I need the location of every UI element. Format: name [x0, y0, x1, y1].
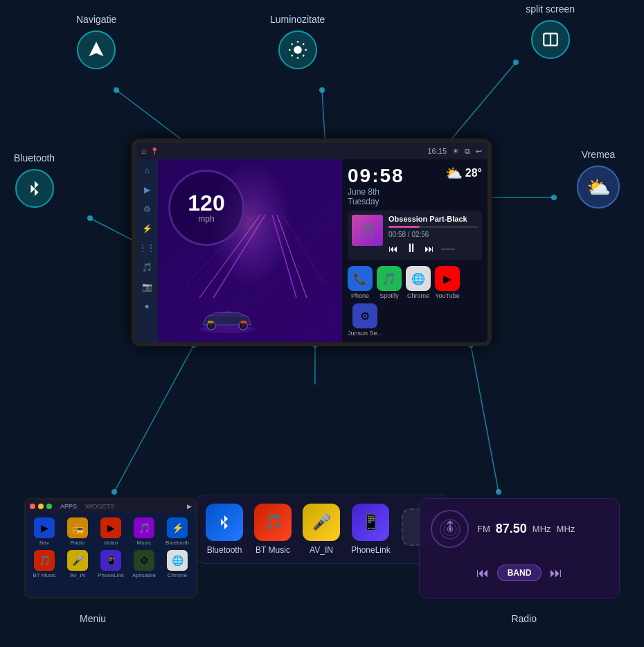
date-line2: Tuesday: [348, 197, 404, 206]
radio-unit: MHz: [533, 524, 551, 534]
temperature: 28°: [465, 167, 482, 179]
radio-band-btn[interactable]: BAND: [497, 565, 542, 581]
svg-point-39: [241, 324, 245, 328]
sb-apps[interactable]: ⋮⋮: [140, 241, 154, 255]
app-phone[interactable]: 📞 Phone: [348, 266, 373, 299]
svg-line-3: [90, 218, 137, 242]
progress-bar-fill: [388, 226, 420, 228]
junsun-label: Junsun Se...: [348, 330, 382, 337]
app-spotify[interactable]: 🎵 Spotify: [377, 266, 402, 299]
bluetooth-feature: Bluetooth: [14, 152, 55, 208]
bottom-btmusic-app[interactable]: 🎵 BT Music: [254, 504, 292, 555]
volume-icon[interactable]: ——: [441, 245, 455, 252]
sb-camera[interactable]: 📷: [140, 280, 154, 294]
btmusic-label: BT Music: [256, 545, 290, 555]
car-icon: [196, 303, 258, 334]
car-visual: [196, 303, 258, 337]
topbar-right: 16:15 ☀ ⧉ ↩: [427, 147, 482, 156]
luminozitate-label: Luminozitate: [270, 14, 325, 25]
radio-controls[interactable]: ⏮ BAND ⏭: [431, 565, 608, 581]
vremea-label: Vremea: [582, 149, 616, 160]
dot-red: [30, 504, 35, 509]
menu-app-video[interactable]: ▶ Video: [96, 517, 125, 546]
sb-settings[interactable]: ⚙: [140, 202, 154, 216]
menu-radio-label: Radio: [71, 540, 85, 546]
menu-nav-icon: ▶: [34, 517, 55, 538]
bottom-bt-app[interactable]: Bluetooth: [206, 504, 243, 555]
menu-video-icon: ▶: [100, 517, 121, 538]
svg-line-22: [303, 55, 304, 56]
date-line1: June 8th: [348, 187, 404, 197]
svg-point-18: [294, 46, 302, 54]
menu-app-phonelink[interactable]: 📱 PhoneLink: [96, 550, 125, 578]
svg-point-37: [209, 324, 213, 328]
menu-app-btmusic[interactable]: 🎵 BT Music: [30, 550, 59, 578]
menu-aplicatii-icon: ⚙: [134, 550, 154, 571]
menu-app-avin[interactable]: 🎤 AV_IN: [63, 550, 92, 578]
screen-sidebar: ⌂ ▶ ⚙ ⚡ ⋮⋮ 🎵 📷 ●: [136, 159, 158, 342]
navigatie-button[interactable]: [77, 30, 116, 69]
speed-value: 120: [188, 192, 224, 214]
svg-point-8: [114, 87, 119, 93]
music-controls[interactable]: ⏮ ⏸ ⏭ ——: [388, 241, 478, 256]
topbar-left: ⌂ 📍: [141, 146, 159, 156]
widgets-tab-thumb: WIDGETS: [85, 503, 114, 510]
time-display: 09:58: [348, 165, 404, 187]
chrome-label: Chrome: [407, 292, 429, 299]
menu-app-nav[interactable]: ▶ Nav: [30, 517, 59, 546]
svg-line-32: [277, 215, 307, 298]
app-youtube[interactable]: ▶ YouTube: [435, 266, 460, 299]
menu-chrome-icon: 🌐: [167, 550, 188, 571]
sb-home[interactable]: ⌂: [140, 163, 154, 177]
split-indicator: ⧉: [465, 147, 470, 156]
meniu-label-container: Meniu: [80, 612, 106, 625]
play-button[interactable]: ⏸: [405, 241, 418, 256]
bottom-phonelink-app[interactable]: 📱 PhoneLink: [351, 504, 391, 555]
splitscreen-button[interactable]: [531, 20, 570, 59]
app-chrome[interactable]: 🌐 Chrome: [406, 266, 431, 299]
menu-app-radio[interactable]: 📻 Radio: [63, 517, 92, 546]
bottom-avin-app[interactable]: 🎤 AV_IN: [303, 504, 340, 555]
phonelink-icon: 📱: [352, 504, 389, 541]
bluetooth-button[interactable]: [15, 169, 54, 208]
sb-radio[interactable]: ●: [140, 299, 154, 313]
screen-main-display: 120 mph: [158, 159, 342, 342]
luminozitate-button[interactable]: [278, 30, 317, 69]
svg-line-31: [272, 215, 296, 298]
sb-nav[interactable]: ▶: [140, 183, 154, 197]
svg-point-11: [87, 215, 93, 221]
menu-app-aplicatii[interactable]: ⚙ Aplicatiile: [129, 550, 159, 578]
sb-media[interactable]: 🎵: [140, 260, 154, 274]
svg-line-26: [303, 44, 304, 45]
progress-bar-track: [388, 226, 478, 228]
spotify-label: Spotify: [379, 292, 399, 299]
navigatie-label: Navigatie: [76, 14, 116, 25]
next-button[interactable]: ⏭: [424, 243, 434, 254]
sb-bt[interactable]: ⚡: [140, 222, 154, 236]
menu-app-bt[interactable]: ⚡ Bluetooth: [163, 517, 192, 546]
album-art: 🎵: [352, 215, 383, 246]
vremea-button[interactable]: ⛅: [577, 166, 620, 209]
splitscreen-icon: [542, 30, 560, 48]
svg-line-34: [283, 215, 324, 284]
music-details: Obsession Part-Black 00:58 / 02:56 ⏮ ⏸ ⏭…: [388, 215, 478, 256]
svg-point-17: [496, 489, 501, 495]
menu-chrome-label: Chrome: [168, 572, 187, 578]
menu-thumb-bar: APPS WIDGETS ▶: [26, 499, 196, 513]
back-arrow[interactable]: ↩: [476, 147, 482, 156]
bt-label: Bluetooth: [207, 545, 242, 555]
menu-bt-label: Bluetooth: [166, 540, 189, 546]
speed-gauge: 120 mph: [168, 170, 244, 246]
prev-button[interactable]: ⏮: [388, 243, 398, 254]
menu-app-chrome[interactable]: 🌐 Chrome: [163, 550, 192, 578]
radio-band: FM: [477, 524, 490, 534]
menu-avin-label: AV_IN: [70, 572, 86, 578]
radio-top: FM 87.50 MHz MHz: [431, 510, 608, 548]
radio-next-btn[interactable]: ⏭: [550, 566, 562, 580]
radio-prev-btn[interactable]: ⏮: [476, 566, 489, 580]
svg-line-2: [443, 62, 516, 149]
music-title: Obsession Part-Black: [388, 215, 478, 223]
menu-app-music[interactable]: 🎵 Music: [129, 517, 159, 546]
weather-icon: ⛅: [587, 176, 611, 199]
app-junsun[interactable]: ⚙ Junsun Se...: [348, 303, 382, 337]
